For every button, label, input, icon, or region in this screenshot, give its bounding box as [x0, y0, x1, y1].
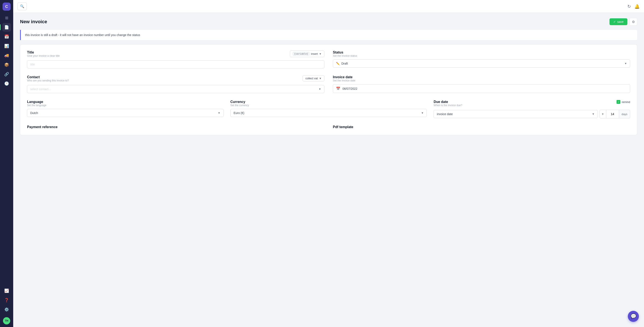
language-select[interactable]: Dutch ▼ [27, 109, 224, 117]
clock-icon: 🕐 [4, 81, 9, 86]
title-label: Title [27, 51, 60, 54]
chevron-down-icon: ▼ [318, 88, 321, 91]
chevron-down-icon: ▼ [624, 62, 627, 65]
invoice-date-label: Invoice date [333, 75, 630, 79]
bell-icon[interactable]: 🔔 [634, 4, 640, 9]
currency-select[interactable]: Euro (€) ▼ [230, 109, 427, 117]
currency-hint: Set the currency [230, 104, 427, 107]
status-hint: Set the invoice status [333, 54, 630, 57]
pdf-template-group: Pdf template [333, 125, 630, 129]
currency-label: Currency [230, 100, 427, 104]
refresh-icon[interactable]: ↻ [628, 4, 631, 9]
help-icon: ❓ [4, 298, 9, 302]
status-label: Status [333, 51, 630, 54]
sidebar-item-invoices[interactable]: 📄 [2, 23, 11, 32]
title-label-group: Title Give your invoice a clear title [27, 51, 60, 60]
chevron-down-icon: ▼ [319, 53, 322, 56]
contact-header: Contact Who are you sending this invoice… [27, 75, 324, 84]
network-icon: 🔗 [4, 72, 9, 77]
box-icon: 📦 [4, 63, 9, 67]
pencil-icon: ✏️ [336, 62, 340, 65]
form-row-contact-date: Contact Who are you sending this invoice… [27, 75, 630, 93]
invoice-date-hint: Set the invoice date [333, 79, 630, 82]
status-field-group: Status Set the invoice status ✏️ Draft ▼ [333, 51, 630, 68]
search-icon: 🔍 [20, 4, 24, 8]
app-logo[interactable]: C [2, 3, 11, 11]
title-field-group: Title Give your invoice a clear title {v… [27, 51, 324, 68]
settings-icon: ⚙️ [4, 307, 9, 312]
language-hint: Set the language [27, 104, 224, 107]
sidebar-item-settings[interactable]: ⚙️ [2, 305, 11, 314]
save-button[interactable]: ✓ save [610, 18, 628, 25]
alert-banner: this invoice is still a draft - it will … [20, 30, 637, 40]
sidebar-item-chart[interactable]: 📊 [2, 42, 11, 50]
sidebar-item-analytics[interactable]: 📈 [2, 286, 11, 295]
contact-label: Contact [27, 75, 69, 79]
invoice-date-field-group: Invoice date Set the invoice date 📅 06/0… [333, 75, 630, 93]
header-actions: ✓ save ⚙ [610, 18, 637, 26]
sidebar-item-calendar[interactable]: 📅 [2, 33, 11, 41]
topbar-right: ↻ 🔔 [628, 4, 640, 9]
contact-field-group: Contact Who are you sending this invoice… [27, 75, 324, 93]
sidebar-item-box[interactable]: 📦 [2, 61, 11, 69]
due-date-hint: When is the invoice due? [434, 104, 462, 107]
analytics-icon: 📈 [4, 288, 9, 293]
sidebar: C ⊞ 📄 📅 📊 🚚 📦 🔗 🕐 📈 ❓ ⚙️ TH [0, 0, 13, 327]
chat-button[interactable]: 💬 [628, 311, 639, 322]
sidebar-item-network[interactable]: 🔗 [2, 70, 11, 79]
due-date-label-group: Due date When is the invoice due? [434, 100, 462, 109]
days-number: 14 [606, 110, 619, 118]
chevron-down-icon: ▼ [319, 77, 322, 80]
sidebar-item-dashboard[interactable]: ⊞ [2, 14, 11, 22]
page-title: New invoice [20, 19, 47, 25]
chevron-down-icon: ▼ [421, 112, 424, 115]
days-input-wrap: + 14 days [600, 110, 630, 118]
currency-field-group: Currency Set the currency Euro (€) ▼ [230, 100, 427, 118]
contact-label-group: Contact Who are you sending this invoice… [27, 75, 69, 84]
truck-icon: 🚚 [4, 53, 9, 58]
collect-vat-button[interactable]: collect vat ▼ [302, 75, 324, 81]
language-field-group: Language Set the language Dutch ▼ [27, 100, 224, 118]
days-label: days [619, 110, 630, 118]
due-date-header: Due date When is the invoice due? ✓ remi… [434, 100, 630, 109]
sidebar-item-help[interactable]: ❓ [2, 296, 11, 304]
calendar-icon: 📅 [336, 87, 340, 91]
form-row-payment-pdf: Payment reference Pdf template [27, 125, 630, 129]
payment-reference-group: Payment reference [27, 125, 324, 129]
topbar: 🔍 ↻ 🔔 [13, 0, 644, 13]
remind-check-icon: ✓ [616, 100, 620, 104]
sidebar-item-truck[interactable]: 🚚 [2, 51, 11, 60]
payment-reference-label: Payment reference [27, 125, 324, 129]
title-header: Title Give your invoice a clear title {v… [27, 51, 324, 60]
page-content: New invoice ✓ save ⚙ this invoice is sti… [13, 13, 644, 327]
due-date-base-select[interactable]: invoice date ▼ [434, 110, 598, 118]
settings-gear-button[interactable]: ⚙ [630, 18, 637, 26]
status-dropdown[interactable]: ✏️ Draft ▼ [333, 60, 630, 68]
due-date-label: Due date [434, 100, 462, 104]
invoice-date-picker[interactable]: 📅 06/07/2022 [333, 84, 630, 93]
gear-icon: ⚙ [632, 20, 635, 24]
chevron-down-icon: ▼ [218, 112, 220, 115]
chart-icon: 📊 [4, 44, 9, 48]
checkmark-icon: ✓ [613, 20, 616, 24]
page-header: New invoice ✓ save ⚙ [20, 18, 637, 26]
due-date-field-group: Due date When is the invoice due? ✓ remi… [434, 100, 630, 118]
avatar[interactable]: TH [3, 317, 10, 324]
title-hint: Give your invoice a clear title [27, 54, 60, 57]
due-date-controls: invoice date ▼ + 14 days [434, 110, 630, 118]
calendar-icon: 📅 [4, 34, 9, 39]
plus-button[interactable]: + [600, 110, 606, 118]
form-row-lang-curr-due: Language Set the language Dutch ▼ Curren… [27, 100, 630, 118]
sidebar-item-clock[interactable]: 🕐 [2, 79, 11, 88]
form-row-title-status: Title Give your invoice a clear title {v… [27, 51, 630, 68]
title-input[interactable] [27, 60, 324, 68]
remind-checkbox[interactable]: ✓ remind [616, 100, 630, 104]
contact-select[interactable]: select contact... ▼ [27, 85, 324, 93]
insert-variable-button[interactable]: {variable} insert ▼ [290, 51, 324, 57]
chat-icon: 💬 [630, 313, 636, 319]
document-icon: 📄 [4, 25, 9, 30]
contact-hint: Who are you sending this invoice to? [27, 79, 69, 82]
variable-badge: {variable} [292, 52, 310, 56]
main-area: 🔍 ↻ 🔔 New invoice ✓ save ⚙ this invoice … [13, 0, 644, 327]
search-box[interactable]: 🔍 [18, 3, 27, 10]
